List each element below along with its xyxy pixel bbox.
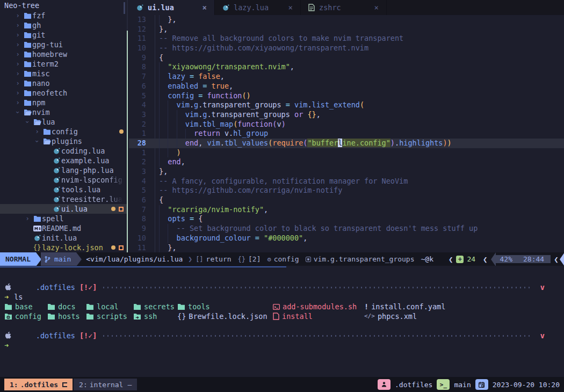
code-token: ,: [220, 72, 225, 81]
tree-item-neofetch[interactable]: ›neofetch: [0, 88, 127, 98]
breadcrumb-vimgtransparentgroups: vim.g.transparent_groups: [306, 255, 415, 263]
tree-item-misc[interactable]: ›misc: [0, 69, 127, 78]
tree-item-coding.lua[interactable]: coding.lua: [0, 146, 127, 156]
tree-item-example.lua[interactable]: example.lua: [0, 156, 127, 165]
tab-ui.lua[interactable]: ui.lua×: [129, 0, 215, 15]
ls-entry-add-submodules.sh: add-submodules.sh: [273, 302, 357, 311]
folder-icon: [86, 313, 94, 320]
ls-entry-name: install: [282, 311, 313, 321]
lua-icon: [222, 4, 229, 11]
tree-item-homebrew[interactable]: ›homebrew: [0, 49, 127, 59]
shell-command: ls: [14, 292, 23, 302]
tab-zshrc[interactable]: zshrc×: [301, 0, 387, 15]
tree-item-tools.lua[interactable]: tools.lua: [0, 185, 127, 194]
tree-item-lang-php.lua[interactable]: lang-php.lua: [0, 165, 127, 175]
tree-item-lua[interactable]: ›lua: [0, 117, 127, 127]
code-token: background_colour: [177, 234, 251, 242]
line-number: 12: [129, 25, 150, 34]
line-text: {: [150, 195, 163, 205]
indent-guide: [168, 139, 176, 148]
git-branch-segment[interactable]: main: [41, 252, 76, 266]
tree-item-ui.lua[interactable]: ui.lua: [0, 204, 127, 214]
chevron-left-icon: ❮: [480, 255, 490, 264]
code-token: transparent_groups: [203, 100, 281, 109]
line-number: 4: [129, 100, 150, 110]
indent-guide: [159, 243, 168, 253]
tab-close-icon[interactable]: ×: [374, 3, 379, 12]
code-token: or: [290, 110, 308, 119]
code-token: require: [272, 139, 303, 147]
neotree-panel: Neo-tree ›fzf›gh›git›gpg-tui›homebrew›it…: [0, 0, 127, 252]
code-area[interactable]: 13 },12},11-- Remove all background colo…: [129, 15, 564, 252]
tmux-datetime: 2023-09-20 10:20: [493, 381, 560, 389]
ls-entry-name: secrets: [144, 302, 175, 311]
window-separator[interactable]: [127, 31, 128, 252]
line-number: 13: [129, 15, 150, 25]
calendar-clock-icon: [475, 379, 488, 390]
tree-item-init.lua[interactable]: init.lua: [0, 233, 127, 243]
tab-close-icon[interactable]: ×: [288, 3, 293, 12]
code-token: -- Set background color to black so tran…: [177, 224, 478, 233]
tree-item-npm[interactable]: ›npm: [0, 98, 127, 107]
tree-item-fzf[interactable]: ›fzf: [0, 11, 127, 20]
tmux-window-1[interactable]: 1:.dotfiles: [4, 379, 73, 390]
line-number: 7: [129, 205, 150, 215]
folder-open-icon: [23, 109, 32, 116]
tmux-status-right: .dotfiles >_ main 2023-09-20 10:20: [378, 379, 560, 390]
ls-entry-scripts: scripts: [86, 311, 127, 321]
tab-lazy.lua[interactable]: lazy.lua×: [215, 0, 301, 15]
chevron-collapsed-icon: ›: [13, 11, 23, 20]
shell-prompt-line: .dotfiles [!✓] v: [4, 282, 560, 292]
indent-guide: [159, 148, 168, 158]
tab-label: ui.lua: [148, 3, 198, 12]
chevron-collapsed-icon: ›: [13, 69, 23, 78]
prompt-directory: .dotfiles: [36, 331, 75, 340]
line-number: 5: [129, 186, 150, 195]
chevron-collapsed-icon: ›: [13, 88, 23, 98]
lua-file-icon: [32, 235, 42, 242]
diff-added-count: 24: [467, 255, 475, 263]
tmux-window-index: 1:: [10, 381, 18, 389]
ls-entry-name: Brewfile.lock.json: [189, 311, 267, 321]
tree-item-nvim-lspconfig.lua[interactable]: nvim-lspconfig.lua: [0, 175, 127, 185]
tmux-window-2[interactable]: 2:internal —: [74, 379, 137, 390]
tree-item-nvim[interactable]: ›nvim: [0, 107, 127, 117]
code-token: highlights: [399, 139, 443, 147]
tab-close-icon[interactable]: ×: [203, 3, 207, 12]
tree-item-config[interactable]: ›config: [0, 127, 127, 136]
code-token: -- https://github.com/rcarriga/nvim-noti…: [159, 186, 342, 194]
chevron-collapsed-icon: ›: [32, 127, 42, 136]
tree-item-plugins[interactable]: ›plugins: [0, 136, 127, 146]
indent-guide: [168, 148, 176, 158]
tree-item-lazy-lock.json[interactable]: {}lazy-lock.json: [0, 243, 127, 252]
code-line: 6 enabled = true,: [129, 82, 564, 91]
md-file-icon: [32, 226, 42, 231]
indent-guide: [177, 139, 185, 148]
line-number: 8: [129, 214, 150, 224]
code-token: ): [281, 120, 286, 128]
file-path: <vim/lua/plugins/ui.lua: [82, 252, 185, 266]
neotree-scrollbar-thumb[interactable]: [124, 2, 125, 14]
code-token: ): [447, 139, 452, 147]
code-token: -- A fancy, configurable, notification m…: [159, 177, 408, 185]
lua-file-icon: [52, 148, 61, 155]
chevron-collapsed-icon: ›: [13, 30, 23, 40]
tree-item-iterm2[interactable]: ›iterm2: [0, 59, 127, 69]
tree-item-nano[interactable]: ›nano: [0, 78, 127, 88]
tree-item-README.md[interactable]: README.md: [0, 223, 127, 233]
shell-cursor-line[interactable]: ➜: [4, 340, 560, 350]
indent-guide: [168, 234, 176, 243]
tree-item-gpg-tui[interactable]: ›gpg-tui: [0, 40, 127, 49]
ls-entry-install.conf.yaml: !install.conf.yaml: [364, 302, 445, 311]
prompt-version-flag: v: [540, 331, 545, 340]
folder-open-icon: [42, 138, 52, 145]
ls-entry-name: phpcs.xml: [378, 311, 417, 321]
ls-entry-name: ssh: [144, 311, 157, 321]
tree-item-treesitter.lua[interactable]: treesitter.lua: [0, 194, 127, 204]
modified-dot-icon: [111, 245, 115, 250]
indent-guide: [159, 91, 168, 101]
tree-item-spell[interactable]: ›spell: [0, 214, 127, 223]
tree-item-gh[interactable]: ›gh: [0, 20, 127, 30]
tree-item-git[interactable]: ›git: [0, 30, 127, 40]
tree-item-label: ui.lua: [61, 204, 88, 214]
